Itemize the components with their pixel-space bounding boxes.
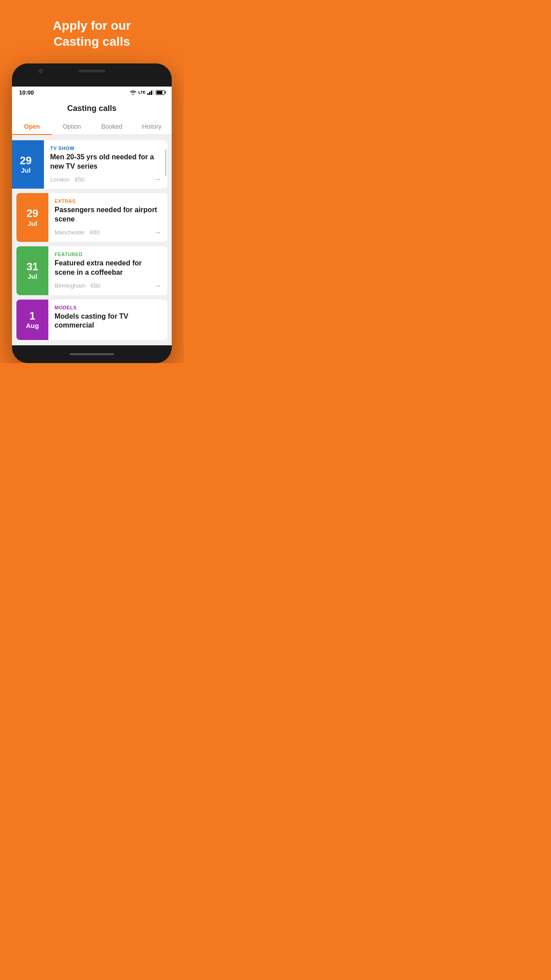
card-category-4: MODELS (55, 305, 161, 310)
battery-icon (156, 90, 165, 95)
casting-card-3[interactable]: 31 Jul FEATURED Featured extra needed fo… (16, 246, 167, 295)
phone-camera (39, 69, 43, 73)
tab-open[interactable]: Open (12, 119, 52, 134)
card-content-2: EXTRAS Passengers needed for airport sce… (48, 193, 167, 242)
hero-line1: Apply for our (53, 19, 131, 32)
date-month-4: Aug (26, 322, 39, 329)
card-title-2: Passengers needed for airport scene (55, 205, 161, 224)
wifi-icon (130, 90, 137, 95)
arrow-icon-1: → (154, 175, 161, 183)
tabs-bar: Open Option Booked History (12, 119, 172, 135)
date-day-2: 29 (27, 208, 39, 219)
lte-label: LTE (138, 90, 146, 95)
date-badge-2: 29 Jul (16, 193, 48, 242)
card-meta-3: Birmingham €80 → (55, 282, 161, 290)
tab-booked[interactable]: Booked (92, 119, 132, 134)
card-category-3: FEATURED (55, 252, 161, 257)
date-badge-1: 29 Jul (12, 140, 44, 189)
card-price-1: €50 (75, 176, 84, 183)
content-area: 29 Jul TV SHOW Men 20-35 yrs old needed … (12, 135, 172, 345)
card-meta-2: Manchester €60 → (55, 229, 161, 237)
card-price-3: €80 (91, 282, 100, 289)
card-location-3: Birmingham (55, 282, 85, 289)
card-category-2: EXTRAS (55, 198, 161, 204)
casting-card-2[interactable]: 29 Jul EXTRAS Passengers needed for airp… (16, 193, 167, 242)
tab-history[interactable]: History (132, 119, 172, 134)
hero-line2: Casting calls (54, 35, 130, 48)
card-content-3: FEATURED Featured extra needed for scene… (48, 246, 167, 295)
status-icons: LTE (130, 90, 165, 95)
signal-icon (147, 90, 154, 95)
card-category-1: TV SHOW (50, 146, 161, 151)
casting-card-4[interactable]: 1 Aug MODELS Models casting for TV comme… (16, 300, 167, 340)
card-location-2: Manchester (55, 229, 85, 236)
date-day-4: 1 (29, 310, 35, 322)
hero-text: Apply for our Casting calls (44, 0, 140, 63)
hero-section: Apply for our Casting calls (44, 0, 140, 63)
phone-screen: 10:00 LTE (12, 87, 172, 345)
casting-card-1[interactable]: 29 Jul TV SHOW Men 20-35 yrs old needed … (12, 140, 167, 189)
phone-top-bezel (12, 63, 172, 87)
phone-bottom-bezel (12, 345, 172, 363)
date-badge-3: 31 Jul (16, 246, 48, 295)
app-header: Casting calls (12, 99, 172, 119)
app-title: Casting calls (19, 104, 165, 119)
card-price-2: €60 (90, 229, 100, 236)
home-indicator (70, 353, 114, 355)
card-title-3: Featured extra needed for scene in a cof… (55, 259, 161, 277)
date-day-1: 29 (20, 155, 32, 166)
scrollbar (165, 149, 166, 176)
arrow-icon-2: → (154, 229, 161, 237)
date-month-3: Jul (28, 273, 37, 280)
date-month-2: Jul (28, 220, 37, 227)
phone-frame: 10:00 LTE (12, 63, 172, 363)
card-location-1: London (50, 176, 69, 183)
status-bar: 10:00 LTE (12, 87, 172, 99)
card-content-4: MODELS Models casting for TV commercial (48, 300, 167, 340)
arrow-icon-3: → (154, 282, 161, 290)
card-content-1: TV SHOW Men 20-35 yrs old needed for a n… (44, 140, 167, 189)
card-meta-1: London €50 → (50, 175, 161, 183)
phone-speaker (79, 70, 105, 72)
date-badge-4: 1 Aug (16, 300, 48, 340)
card-title-1: Men 20-35 yrs old needed for a new TV se… (50, 153, 161, 171)
status-time: 10:00 (19, 89, 34, 96)
date-day-3: 31 (27, 261, 39, 273)
card-title-4: Models casting for TV commercial (55, 312, 161, 331)
date-month-1: Jul (21, 166, 31, 174)
tab-option[interactable]: Option (52, 119, 92, 134)
